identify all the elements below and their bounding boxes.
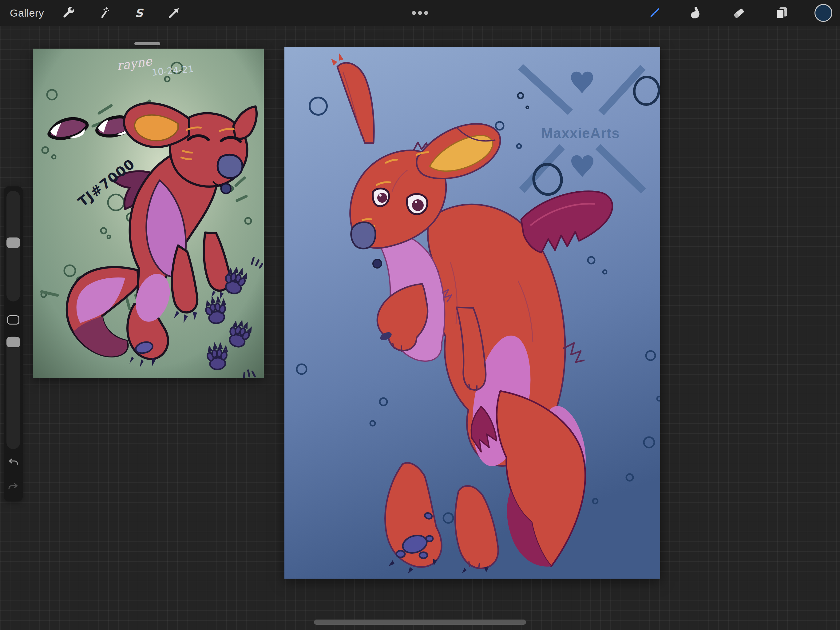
layers-button[interactable] xyxy=(772,0,791,26)
reference-window-drag-handle[interactable] xyxy=(134,42,160,45)
redo-icon xyxy=(7,481,19,493)
undo-button[interactable] xyxy=(7,456,19,468)
reference-window[interactable]: rayne 10-24-21 TJ#7000 xyxy=(33,49,264,378)
procreate-workspace: Gallery xyxy=(0,0,840,630)
wrench-icon xyxy=(62,6,76,20)
brush-opacity-handle[interactable] xyxy=(6,337,20,347)
modify-button[interactable] xyxy=(7,315,19,324)
paint-tool-button[interactable] xyxy=(645,0,665,26)
paint-brush-icon xyxy=(647,6,662,20)
home-indicator[interactable] xyxy=(314,619,526,625)
selection-button[interactable]: S xyxy=(129,0,149,26)
brush-size-handle[interactable] xyxy=(6,237,20,248)
smudge-finger-icon xyxy=(688,6,703,20)
main-canvas[interactable]: MaxxieArts xyxy=(284,47,660,579)
svg-text:S: S xyxy=(135,6,144,20)
reference-artwork: rayne 10-24-21 TJ#7000 xyxy=(33,49,264,378)
chin-orb xyxy=(221,184,231,193)
actions-button[interactable] xyxy=(59,0,78,26)
undo-icon xyxy=(7,456,19,468)
smudge-tool-button[interactable] xyxy=(686,0,706,26)
nose xyxy=(218,155,243,178)
transform-button[interactable] xyxy=(164,0,184,26)
nose xyxy=(351,222,376,249)
eraser-tool-button[interactable] xyxy=(729,0,748,26)
main-artwork: MaxxieArts xyxy=(284,47,660,579)
gallery-label: Gallery xyxy=(10,7,44,19)
redo-button[interactable] xyxy=(7,481,19,493)
eraser-icon xyxy=(731,6,746,20)
canvas-options-button[interactable] xyxy=(410,0,430,26)
layers-icon xyxy=(774,6,789,20)
active-color-swatch[interactable] xyxy=(815,4,832,22)
selection-s-icon: S xyxy=(132,6,146,20)
adjustments-button[interactable] xyxy=(94,0,114,26)
watermark-text: MaxxieArts xyxy=(541,125,619,141)
brush-opacity-slider[interactable] xyxy=(6,336,20,449)
magic-wand-icon xyxy=(97,6,111,20)
ellipsis-icon xyxy=(410,9,430,17)
chin-orb xyxy=(373,259,382,268)
brush-size-slider[interactable] xyxy=(6,191,20,301)
transform-arrow-icon xyxy=(167,6,181,20)
brush-controls-sidebar xyxy=(4,187,23,502)
top-toolbar: Gallery xyxy=(0,0,840,26)
gallery-button[interactable]: Gallery xyxy=(10,0,44,26)
